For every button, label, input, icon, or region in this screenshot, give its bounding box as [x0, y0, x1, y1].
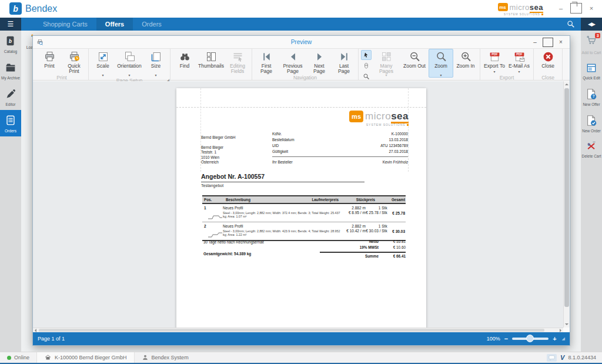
first-page-button[interactable]: First Page	[254, 49, 279, 75]
thumbnails-button[interactable]: Thumbnails	[197, 49, 225, 75]
sidebar-item-new-order[interactable]: New Order	[581, 110, 602, 136]
preview-document-area: ms microsea SYSTEM SOLUTIONS Bernd Biege…	[33, 81, 570, 332]
find-button[interactable]: Find	[172, 49, 197, 75]
group-tools: Find Thumbnails Editing Fields	[170, 49, 252, 80]
document-logo: ms microsea SYSTEM SOLUTIONS	[349, 111, 409, 126]
sidebar-item-delete-cart[interactable]: Delete Cart	[581, 136, 602, 162]
hamburger-menu-icon[interactable]: ☰	[0, 18, 21, 31]
window-controls: – ×	[555, 4, 597, 13]
hand-tool-icon[interactable]	[361, 61, 372, 71]
total-weight: Gesamtgewicht: 54.389 kg	[203, 252, 251, 256]
delete-cart-icon	[585, 141, 598, 152]
online-status: Online	[0, 352, 36, 363]
sidebar-item-editor[interactable]: Editor	[0, 84, 21, 110]
scroll-down-icon[interactable]	[565, 323, 568, 325]
preview-minimize-icon[interactable]: –	[530, 38, 540, 46]
offer-title: Angebot Nr. A-100557	[201, 173, 364, 182]
preview-maximize-icon[interactable]	[543, 38, 553, 46]
user-status[interactable]: Bendex System	[135, 352, 196, 363]
mouse-tools	[360, 49, 372, 82]
orientation-button[interactable]: Orientation ▾	[115, 49, 143, 78]
vertical-scrollbar[interactable]	[563, 81, 570, 328]
group-print: Print Quick Print Print	[35, 49, 89, 80]
email-as-button[interactable]: PDF E-Mail As ▾	[507, 49, 531, 75]
sidebar-item-catalog[interactable]: b Catalog	[0, 31, 21, 57]
offer-table: Pos. Beschreibung Laufmeterpreis Stückpr…	[202, 195, 406, 241]
tab-orders[interactable]: Orders	[133, 18, 170, 31]
preview-title: Preview	[33, 39, 570, 45]
app-window: b Bendex ms microsea SYSTEM SOLUTIONS – …	[0, 0, 602, 364]
search-icon[interactable]	[561, 18, 581, 31]
preview-statusbar: Page 1 of 1 100% − + ◢	[33, 332, 570, 345]
zoom-slider[interactable]	[512, 338, 549, 340]
preview-toolbar: Print Quick Print Print Scale ▾	[33, 48, 570, 81]
svg-text:PDF: PDF	[491, 52, 498, 56]
tab-offers[interactable]: Offers	[96, 18, 133, 31]
offer-subtitle: Testangebot	[201, 183, 223, 188]
new-offer-icon: ?	[585, 88, 598, 101]
sidebar-item-add-to-cart[interactable]: 3 Add to Cart	[581, 31, 602, 58]
size-icon	[150, 51, 162, 63]
previous-page-button[interactable]: Previous Page	[279, 49, 307, 75]
last-page-button[interactable]: Last Page	[332, 49, 356, 75]
brand-micro: micro	[510, 3, 530, 12]
sidebar-item-new-offer[interactable]: ? New Offer	[581, 84, 602, 110]
zoom-button[interactable]: Zoom ▾	[429, 49, 453, 78]
sidebar-item-quick-edit[interactable]: Quick Edit	[581, 58, 602, 84]
print-button[interactable]: Print	[37, 49, 62, 75]
sidebar-item-orders[interactable]: Orders	[0, 110, 21, 136]
scale-button[interactable]: Scale ▾	[91, 49, 115, 78]
tab-shopping-carts[interactable]: Shopping Carts	[34, 18, 96, 31]
zoom-out-button[interactable]: Zoom Out	[400, 49, 429, 75]
size-button[interactable]: Size ▾	[143, 49, 168, 78]
bendex-logo: b Bendex	[9, 2, 57, 15]
close-icon[interactable]: ×	[586, 4, 597, 13]
document-page: ms microsea SYSTEM SOLUTIONS Bernd Biege…	[176, 88, 426, 332]
zoom-in-icon	[460, 51, 472, 63]
resize-grip-icon[interactable]: ◢	[562, 336, 565, 341]
orders-document-icon	[4, 114, 17, 127]
close-preview-button[interactable]: Close	[536, 49, 560, 75]
microsea-ms-icon: ms	[498, 3, 508, 11]
email-pdf-icon: PDF	[513, 51, 526, 63]
cart-count-badge: 3	[595, 33, 600, 38]
scale-icon	[97, 51, 109, 63]
next-page-button[interactable]: Next Page	[307, 49, 332, 75]
orientation-icon	[123, 51, 136, 63]
panel-toggle-icon[interactable]: ◀▶	[581, 18, 602, 31]
zoom-minus-icon[interactable]: −	[504, 336, 508, 342]
restore-icon[interactable]	[570, 4, 582, 13]
group-export: PDF Export To ▾ PDF E-Mail As ▾ Export	[480, 49, 534, 80]
scroll-up-icon[interactable]	[565, 84, 568, 85]
pencil-icon	[4, 88, 17, 101]
zoom-in-button[interactable]: Zoom In	[453, 49, 478, 75]
vertical-scroll-thumb[interactable]	[564, 88, 569, 307]
svg-text:b: b	[9, 39, 12, 44]
table-header: Pos. Beschreibung Laufmeterpreis Stückpr…	[202, 195, 406, 204]
main-navbar: ☰ Shopping Carts Offers Orders ◀▶	[0, 18, 602, 31]
minimize-icon[interactable]: –	[555, 4, 567, 13]
export-to-button[interactable]: PDF Export To ▾	[482, 49, 507, 75]
app-name: Bendex	[25, 4, 57, 14]
microsea-brand-logo: ms microsea SYSTEM SOLUTIONS	[498, 2, 543, 16]
sidebar-item-my-archive[interactable]: My Archive	[0, 57, 21, 84]
new-order-icon	[585, 114, 598, 127]
margin-guide-right	[408, 88, 409, 172]
preview-close-icon[interactable]: ×	[556, 38, 566, 46]
pointer-tool-icon[interactable]	[361, 50, 372, 60]
horizontal-scroll-thumb[interactable]	[39, 329, 544, 332]
group-close: Close Close	[534, 49, 563, 80]
zoom-plus-icon[interactable]: +	[553, 336, 556, 342]
chat-icon[interactable]	[547, 354, 557, 362]
zoom-icon	[435, 51, 447, 63]
page-indicator: Page 1 of 1	[38, 336, 65, 342]
brand-sea: sea	[530, 3, 543, 13]
horizontal-scrollbar[interactable]	[33, 328, 563, 332]
magnifier-tool-icon[interactable]	[361, 71, 372, 81]
preview-titlebar[interactable]: Preview – ×	[33, 36, 570, 48]
brand-subtitle: SYSTEM SOLUTIONS	[504, 13, 540, 16]
payment-terms: 30 Tage netto nach Rechnungserhalt	[203, 240, 264, 244]
account-status[interactable]: K-100000 Bernd Bieger GmbH	[36, 352, 135, 363]
zoom-slider-thumb[interactable]	[526, 335, 534, 342]
quick-print-button[interactable]: Quick Print	[62, 49, 86, 75]
